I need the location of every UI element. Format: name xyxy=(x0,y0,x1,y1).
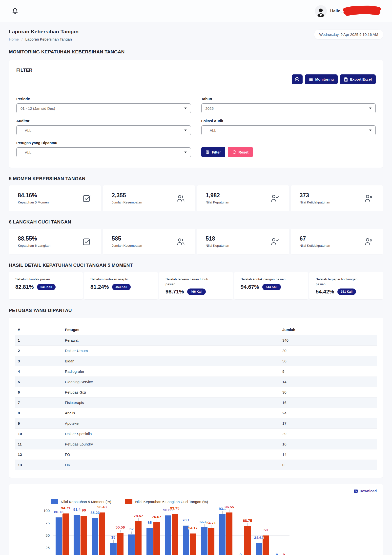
bar-5moment xyxy=(92,518,98,555)
label-stem xyxy=(113,540,114,543)
table-cell: 16 xyxy=(279,398,377,408)
table-cell: Radiografer xyxy=(62,366,279,377)
table-cell: 8 xyxy=(15,408,62,418)
detail-label: Setelah terkena cairan tubuh pasien xyxy=(165,277,215,287)
detail-card-setelah-lingkungan: Setelah terpapar lingkungan pasien 54.42… xyxy=(309,272,383,299)
back-button[interactable] xyxy=(292,74,303,84)
stat-card-kepatuhan-6-langkah: 88.55% Kepatuhan 6 Langkah xyxy=(9,229,101,254)
table-cell: 9 xyxy=(15,418,62,429)
table-cell: 6 xyxy=(15,387,62,398)
legend-label: Nilai Kepatuhan 5 Moment (%) xyxy=(61,500,111,504)
reset-button[interactable]: Reset xyxy=(228,147,253,157)
chevron-down-icon xyxy=(184,130,187,131)
col-header-petugas: Petugas xyxy=(62,324,279,335)
table-cell: Dokter Spesialis xyxy=(62,429,279,439)
stat-card-nilai-ketidakpatuhan-6: 67 Nilai Ketidakpatuhan xyxy=(291,229,383,254)
filter-title: FILTER xyxy=(16,67,376,73)
monitoring-section-title: MONITORING KEPATUHAN KEBERSIHAN TANGAN xyxy=(9,49,383,55)
detail-label: Setelah terpapar lingkungan pasien xyxy=(316,277,365,287)
tahun-select[interactable]: 2025 xyxy=(201,103,376,113)
bar-value-label: 64.71 xyxy=(206,521,216,525)
table-cell: 14 xyxy=(279,377,377,387)
bar-6langkah xyxy=(62,513,69,555)
table-row: 13OK0 xyxy=(15,460,377,470)
detail-card-setelah-kontak: Setelah kontak dengan pasien 94.67% 544 … xyxy=(234,272,308,299)
filter-submit-button[interactable]: Filter xyxy=(201,147,226,157)
legend-label: Nilai Kepatuhan 6 Langkah Cuci Tangan (%… xyxy=(135,500,208,504)
table-cell: 4 xyxy=(15,366,62,377)
table-row: 10Dokter Spesialis29 xyxy=(15,429,377,439)
bar-value-label: 85.23 xyxy=(90,511,100,515)
chart-download-button[interactable]: Download xyxy=(354,489,377,493)
reset-button-label: Reset xyxy=(238,150,248,154)
chevron-down-icon xyxy=(184,108,187,109)
table-cell: 1 xyxy=(15,335,62,346)
table-row: 1Perawat340 xyxy=(15,335,377,346)
avatar xyxy=(315,5,327,17)
list-icon xyxy=(309,77,313,82)
petugas-table: # Petugas Jumlah 1Perawat3402Dokter Umum… xyxy=(15,324,377,470)
label-stem xyxy=(59,514,59,517)
kali-badge: 453 Kali xyxy=(112,284,131,290)
detail-value: 81.24% xyxy=(90,284,109,290)
table-cell: 5 xyxy=(15,377,62,387)
table-cell: Fisioterapis xyxy=(62,398,279,408)
bar-5moment xyxy=(256,543,262,555)
detail-value: 54.42% xyxy=(316,289,334,295)
table-cell: 3 xyxy=(15,356,62,366)
bar-value-label: 93.75 xyxy=(170,506,180,510)
export-excel-button-label: Export Excel xyxy=(350,77,372,81)
table-row: 5Cleaning Service14 xyxy=(15,377,377,387)
checkbox-check-icon xyxy=(82,194,91,203)
label-stem xyxy=(77,512,77,515)
user-menu[interactable]: Hello, xyxy=(315,5,381,17)
label-stem xyxy=(204,524,205,527)
table-cell: 56 xyxy=(279,356,377,366)
bar-value-label: 55.56 xyxy=(116,525,125,529)
table-cell: Apoteker xyxy=(62,418,279,429)
save-icon xyxy=(206,150,210,154)
detail-card-sebelum-aseptic: Sebelum tindakan aseptic 81.24% 453 Kali xyxy=(84,272,158,299)
periode-select[interactable]: 01 - 12 (Jan s/d Dec) xyxy=(16,103,191,113)
lokasi-audit-select[interactable]: ==ALL== xyxy=(201,125,376,135)
bar-value-label: 86.73 xyxy=(54,510,63,514)
detail-value: 94.67% xyxy=(241,284,259,290)
chevron-down-icon xyxy=(369,108,371,109)
petugas-section-title: PETUGAS YANG DIPANTAU xyxy=(9,308,383,313)
bar-value-label: 96.43 xyxy=(97,505,107,509)
petugas-dipantau-select[interactable]: ==ALL== xyxy=(16,147,191,157)
label-stem xyxy=(84,513,84,515)
chart-card: Download Nilai Kepatuhan 5 Moment (%) Ni… xyxy=(9,484,383,555)
bar-value-label: 0 xyxy=(276,553,278,555)
page-title: Laporan Kebersihan Tangan xyxy=(9,29,79,35)
users-icon xyxy=(176,237,186,246)
chart-legend: Nilai Kepatuhan 5 Moment (%) Nilai Kepat… xyxy=(51,499,208,504)
bar-6langkah xyxy=(117,533,124,555)
detail-card-sebelum-kontak: Sebelum kontak pasien 82.81% 541 Kali xyxy=(9,272,83,299)
notifications-button[interactable] xyxy=(11,7,19,15)
table-row: 9Apoteker17 xyxy=(15,418,377,429)
excel-file-icon xyxy=(344,77,348,82)
periode-select-value: 01 - 12 (Jan s/d Dec) xyxy=(21,106,55,111)
users-icon xyxy=(176,194,186,203)
table-cell: 17 xyxy=(279,418,377,429)
table-cell: 16 xyxy=(279,439,377,449)
bar-value-label: 65 xyxy=(148,520,152,525)
refresh-icon xyxy=(232,150,236,154)
legend-swatch-red xyxy=(125,499,132,504)
export-excel-button[interactable]: Export Excel xyxy=(340,74,376,84)
bar-6langkah xyxy=(99,512,105,555)
breadcrumb: Home / Laporan Kebersihan Tangan xyxy=(9,37,79,41)
breadcrumb-home-link[interactable]: Home xyxy=(9,37,19,41)
stat-card-nilai-ketidakpatuhan-5: 373 Nilai Ketidakpatuhan xyxy=(291,185,383,211)
monitoring-button[interactable]: Monitoring xyxy=(305,74,338,84)
bar-5moment xyxy=(219,514,226,555)
bar-value-label: 96.55 xyxy=(225,505,234,509)
bar-5moment xyxy=(110,543,117,555)
kali-badge: 541 Kali xyxy=(37,284,56,290)
table-cell: 7 xyxy=(15,398,62,408)
periode-label: Periode xyxy=(16,97,191,101)
bar-6langkah xyxy=(226,512,232,555)
table-cell: 29 xyxy=(279,429,377,439)
auditor-select[interactable]: ==ALL== xyxy=(16,125,191,135)
